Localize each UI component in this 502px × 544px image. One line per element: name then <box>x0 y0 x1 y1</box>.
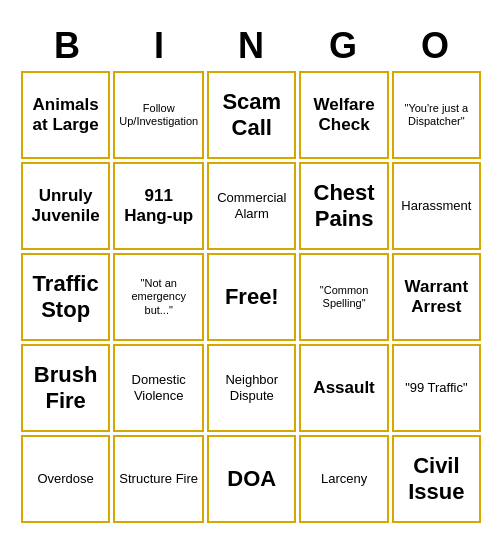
bingo-cell-3-4: "99 Traffic" <box>392 344 481 432</box>
bingo-cell-4-3: Larceny <box>299 435 388 523</box>
bingo-cell-0-2: Scam Call <box>207 71 296 159</box>
bingo-cell-0-0: Animals at Large <box>21 71 110 159</box>
bingo-cell-3-3: Assault <box>299 344 388 432</box>
bingo-card: BINGO Animals at LargeFollow Up/Investig… <box>11 11 491 533</box>
header-letter: I <box>115 25 203 67</box>
bingo-cell-2-1: "Not an emergency but..." <box>113 253 204 341</box>
bingo-grid: Animals at LargeFollow Up/InvestigationS… <box>21 71 481 523</box>
bingo-cell-1-3: Chest Pains <box>299 162 388 250</box>
bingo-cell-2-4: Warrant Arrest <box>392 253 481 341</box>
bingo-cell-1-0: Unruly Juvenile <box>21 162 110 250</box>
header-letter: B <box>23 25 111 67</box>
header-row: BINGO <box>21 25 481 67</box>
bingo-cell-2-0: Traffic Stop <box>21 253 110 341</box>
bingo-cell-0-3: Welfare Check <box>299 71 388 159</box>
bingo-cell-1-4: Harassment <box>392 162 481 250</box>
header-letter: N <box>207 25 295 67</box>
bingo-cell-0-4: "You're just a Dispatcher" <box>392 71 481 159</box>
bingo-cell-1-1: 911 Hang-up <box>113 162 204 250</box>
header-letter: O <box>391 25 479 67</box>
bingo-cell-2-2: Free! <box>207 253 296 341</box>
bingo-cell-4-2: DOA <box>207 435 296 523</box>
bingo-cell-1-2: Commercial Alarm <box>207 162 296 250</box>
bingo-cell-0-1: Follow Up/Investigation <box>113 71 204 159</box>
header-letter: G <box>299 25 387 67</box>
bingo-cell-3-2: Neighbor Dispute <box>207 344 296 432</box>
bingo-cell-4-0: Overdose <box>21 435 110 523</box>
bingo-cell-4-1: Structure Fire <box>113 435 204 523</box>
bingo-cell-2-3: "Common Spelling" <box>299 253 388 341</box>
bingo-cell-3-0: Brush Fire <box>21 344 110 432</box>
bingo-cell-4-4: Civil Issue <box>392 435 481 523</box>
bingo-cell-3-1: Domestic Violence <box>113 344 204 432</box>
